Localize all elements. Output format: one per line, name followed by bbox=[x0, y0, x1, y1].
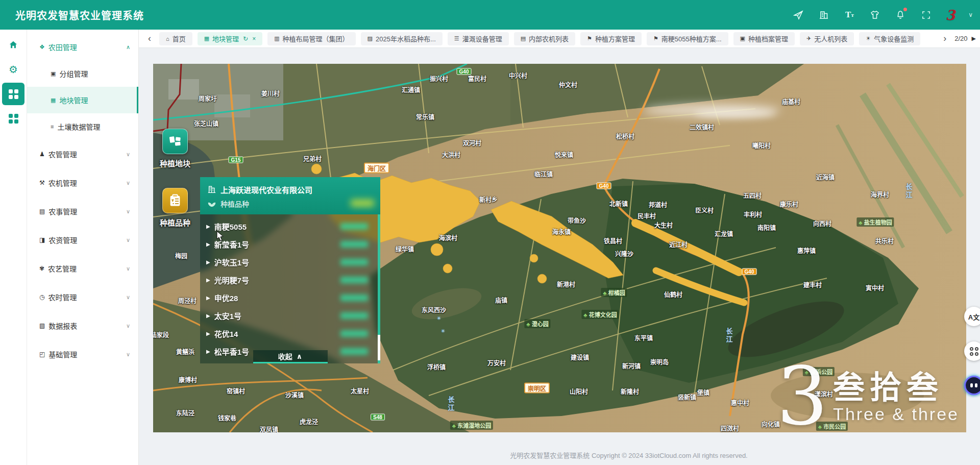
translate-icon: A文 bbox=[968, 312, 979, 322]
expand-caret-icon[interactable]: ▶ bbox=[206, 241, 210, 247]
expand-caret-icon[interactable]: ▶ bbox=[206, 349, 210, 354]
tab-2025年水稻品种布...[interactable]: ▨2025年水稻品种布... bbox=[361, 32, 443, 45]
tab-label: 地块管理 bbox=[212, 34, 239, 43]
map-label: 曦阳村 bbox=[752, 141, 771, 150]
planting-plots-button[interactable] bbox=[162, 129, 188, 154]
blurred-value bbox=[340, 259, 368, 265]
notification-bell-icon[interactable] bbox=[894, 9, 906, 21]
org-building-icon[interactable] bbox=[818, 9, 830, 21]
variety-row[interactable]: ▶光明粳7号 bbox=[206, 271, 375, 289]
map-label: 惠中村 bbox=[731, 398, 749, 407]
tab-内部农机列表[interactable]: ▤内部农机列表 bbox=[514, 32, 575, 45]
tab-label: 种植方案管理 bbox=[595, 34, 635, 43]
tab-地块管理[interactable]: ▦地块管理↻× bbox=[198, 32, 263, 45]
map-label: 南阳镇 bbox=[757, 223, 776, 232]
variety-row[interactable]: ▶沪软玉1号 bbox=[206, 253, 375, 271]
planting-varieties-button[interactable] bbox=[162, 188, 188, 213]
variety-row[interactable]: ▶申优28 bbox=[206, 289, 375, 307]
collapse-button[interactable]: 收起 ∧ bbox=[253, 350, 328, 363]
tab-无人机列表[interactable]: ✈无人机列表 bbox=[800, 32, 854, 45]
map-label: 汇通镇 bbox=[402, 85, 420, 94]
map-label: 柑橘园 bbox=[601, 288, 627, 297]
rail-modules-icon-active[interactable] bbox=[2, 83, 24, 105]
rail-gear-icon[interactable]: ⚙ bbox=[1, 57, 26, 82]
variety-row[interactable]: ▶花优14 bbox=[206, 325, 375, 342]
tab-首页[interactable]: ⌂首页 bbox=[159, 32, 192, 45]
map-label: 汲浜公园 bbox=[803, 367, 835, 376]
map-label: 太星村 bbox=[351, 386, 369, 395]
map-label: 庙镇 bbox=[495, 296, 507, 304]
ai-assistant-button[interactable] bbox=[964, 376, 980, 395]
tab-灌溉设备管理[interactable]: ☰灌溉设备管理 bbox=[448, 32, 509, 45]
tab-refresh-icon[interactable]: ↻ bbox=[243, 35, 248, 42]
translate-button[interactable]: A文 bbox=[964, 307, 980, 326]
tab-close-icon[interactable]: × bbox=[252, 35, 256, 42]
send-icon[interactable] bbox=[792, 9, 804, 21]
header-actions: Tт 3 ∨ bbox=[792, 7, 980, 23]
fullscreen-icon[interactable] bbox=[920, 9, 932, 21]
variety-row[interactable]: ▶太安1号 bbox=[206, 307, 375, 325]
tab-icon: ⚑ bbox=[653, 35, 658, 42]
expand-caret-icon[interactable]: ▶ bbox=[206, 313, 210, 319]
theme-shirt-icon[interactable] bbox=[869, 9, 881, 21]
menu-分组管理[interactable]: ▣分组管理 bbox=[27, 60, 138, 87]
menu-icon: ▤ bbox=[39, 208, 45, 215]
map-label: 张芝山镇 bbox=[194, 119, 218, 128]
tab-种植档案管理[interactable]: ▣种植档案管理 bbox=[733, 32, 795, 45]
map-label: 中兴村 bbox=[509, 71, 527, 80]
sidebar-rail: ⚙ bbox=[0, 30, 27, 465]
menu-icon: ◨ bbox=[39, 236, 45, 243]
company-name: 上海跃进现代农业有限公司 bbox=[220, 184, 312, 195]
tab-种植方案管理[interactable]: ⚑种植方案管理 bbox=[580, 32, 642, 45]
chevron-icon: ∧ bbox=[126, 44, 130, 51]
tab-pager-next-icon[interactable]: ▶ bbox=[972, 35, 976, 42]
expand-caret-icon[interactable]: ▶ bbox=[206, 277, 210, 283]
tab-南粳5055种植方案...[interactable]: ⚑南粳5055种植方案... bbox=[647, 32, 728, 45]
tab-气象设备监测[interactable]: ☀气象设备监测 bbox=[859, 32, 920, 45]
map-label: 五四村 bbox=[743, 191, 762, 200]
user-avatar-logo[interactable]: 3 bbox=[945, 7, 955, 23]
menu-农资管理[interactable]: ◨农资管理∨ bbox=[27, 226, 138, 254]
menu-地块管理[interactable]: ▦地块管理 bbox=[27, 87, 138, 113]
chevron-down-icon[interactable]: ∨ bbox=[968, 11, 973, 18]
menu-基础管理[interactable]: ◰基础管理∨ bbox=[27, 340, 138, 369]
map-label: 近江村 bbox=[669, 240, 688, 249]
map-label: 兴隆沙 bbox=[615, 249, 633, 258]
expand-caret-icon[interactable]: ▶ bbox=[206, 259, 210, 265]
variety-row[interactable]: ▶新莹香1号 bbox=[206, 235, 375, 253]
map-label: 东滩湿地公园 bbox=[450, 421, 493, 430]
rail-home-icon[interactable] bbox=[1, 33, 26, 57]
menu-icon: ▣ bbox=[51, 70, 56, 77]
satellite-map[interactable]: 周家圩张芝山镇姜川村汇通镇振兴村富民村中兴村仲文村常乐镇双河村大洪村兄弟村临江镇… bbox=[153, 64, 966, 432]
tabs-scroll-right-icon[interactable]: › bbox=[940, 33, 949, 44]
menu-农艺管理[interactable]: ✾农艺管理∨ bbox=[27, 254, 138, 283]
app-header: 光明农发智慧农业管理系统 Tт 3 ∨ bbox=[0, 0, 980, 30]
expand-caret-icon[interactable]: ▶ bbox=[206, 224, 210, 229]
chevron-icon: ∨ bbox=[126, 265, 130, 272]
menu-数据报表[interactable]: ▧数据报表∨ bbox=[27, 311, 138, 340]
map-label: 惠萍镇 bbox=[797, 246, 816, 255]
menu-农事管理[interactable]: ▤农事管理∨ bbox=[27, 197, 138, 226]
font-size-icon[interactable]: Tт bbox=[843, 9, 855, 21]
map-label: 庙基村 bbox=[782, 97, 800, 106]
map-label: 漾滨村 bbox=[815, 389, 833, 398]
panel-scrollbar[interactable] bbox=[378, 214, 380, 363]
map-label: G40 bbox=[742, 268, 757, 275]
apps-grid-button[interactable] bbox=[964, 341, 980, 361]
menu-农田管理[interactable]: ❖农田管理∧ bbox=[27, 34, 138, 60]
tab-label: 无人机列表 bbox=[814, 34, 847, 43]
expand-caret-icon[interactable]: ▶ bbox=[206, 331, 210, 336]
rail-modules-icon[interactable] bbox=[1, 106, 26, 131]
scrollbar-thumb[interactable] bbox=[378, 335, 380, 360]
menu-农管管理[interactable]: ♟农管管理∨ bbox=[27, 140, 138, 168]
tabs-scroll-left-icon[interactable]: ‹ bbox=[145, 33, 154, 44]
tab-种植布局管理（集团）[interactable]: ▥种植布局管理（集团） bbox=[267, 32, 355, 45]
menu-土壤数据管理[interactable]: ≡土壤数据管理 bbox=[27, 113, 138, 140]
menu-农机管理[interactable]: ⚒农机管理∨ bbox=[27, 168, 138, 197]
map-label: 周泾村 bbox=[178, 296, 197, 305]
variety-row[interactable]: ▶南粳5055 bbox=[206, 217, 375, 235]
expand-caret-icon[interactable]: ▶ bbox=[206, 295, 210, 301]
map-label: 康乐村 bbox=[780, 200, 798, 208]
map-label: 康博村 bbox=[179, 375, 197, 384]
menu-农时管理[interactable]: ◷农时管理∨ bbox=[27, 283, 138, 311]
